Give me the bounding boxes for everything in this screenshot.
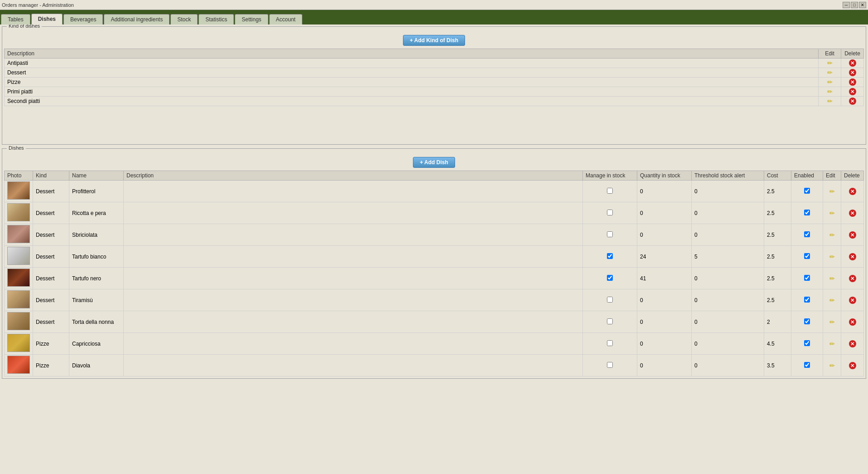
edit-icon[interactable]: ✏ [829,297,835,304]
dish-edit-cell: ✏ [823,311,841,333]
edit-icon[interactable]: ✏ [829,340,835,347]
dish-edit-cell: ✏ [823,355,841,376]
dish-name: Capricciosa [69,333,124,355]
dish-cost: 3.5 [764,355,791,376]
dish-manage-stock-cell [583,181,637,202]
dish-photo [7,247,30,265]
kind-description: Antipasti [5,59,819,68]
edit-cell: ✏ [819,59,841,68]
enabled-checkbox[interactable] [804,340,810,346]
delete-icon[interactable]: ✕ [849,231,856,239]
dish-delete-cell: ✕ [841,246,864,268]
dish-manage-stock-cell [583,246,637,268]
tab-bar: Tables Dishes Beverages Additional ingre… [0,10,868,24]
dish-name: Tiramisù [69,289,124,311]
col-desc: Description [124,171,583,181]
manage-stock-checkbox[interactable] [607,275,613,281]
delete-icon[interactable]: ✕ [849,78,856,86]
edit-icon[interactable]: ✏ [827,69,833,76]
delete-icon[interactable]: ✕ [849,318,856,326]
maximize-button[interactable]: □ [851,2,858,8]
enabled-checkbox[interactable] [804,188,810,194]
edit-icon[interactable]: ✏ [829,253,835,260]
dish-name: Sbriciolata [69,224,124,246]
enabled-checkbox[interactable] [804,362,810,368]
tab-dishes[interactable]: Dishes [31,14,63,24]
manage-stock-checkbox[interactable] [607,210,613,215]
manage-stock-checkbox[interactable] [607,340,613,346]
kind-description: Primi piatti [5,87,819,97]
delete-icon[interactable]: ✕ [849,210,856,217]
manage-stock-checkbox[interactable] [607,318,613,324]
delete-icon[interactable]: ✕ [849,253,856,260]
tab-tables[interactable]: Tables [1,14,30,24]
delete-icon[interactable]: ✕ [849,188,856,195]
delete-icon[interactable]: ✕ [849,59,856,67]
dish-photo [7,290,30,308]
col-edit: Edit [823,171,841,181]
delete-icon[interactable]: ✕ [849,69,856,76]
dish-description [124,289,583,311]
dish-threshold: 0 [692,311,764,333]
add-dish-button[interactable]: + Add Dish [413,157,455,168]
dish-photo [7,203,30,221]
dishes-table-body: Dessert Profitterol 0 0 2.5 ✏ ✕ Dessert … [5,181,864,376]
enabled-checkbox[interactable] [804,210,810,215]
edit-icon[interactable]: ✏ [827,59,833,67]
edit-icon[interactable]: ✏ [829,231,835,239]
edit-icon[interactable]: ✏ [827,98,833,105]
delete-icon[interactable]: ✕ [849,340,856,347]
tab-beverages[interactable]: Beverages [63,14,103,24]
dish-description [124,181,583,202]
delete-icon[interactable]: ✕ [849,98,856,105]
dish-qty-stock: 0 [637,289,692,311]
delete-icon[interactable]: ✕ [849,88,856,95]
dish-cost: 2.5 [764,181,791,202]
enabled-checkbox[interactable] [804,297,810,303]
dish-delete-cell: ✕ [841,268,864,289]
edit-icon[interactable]: ✏ [829,318,835,326]
delete-icon[interactable]: ✕ [849,297,856,304]
edit-icon[interactable]: ✏ [829,188,835,195]
edit-icon[interactable]: ✏ [827,78,833,86]
manage-stock-checkbox[interactable] [607,231,613,237]
edit-icon[interactable]: ✏ [827,88,833,95]
table-row: Dessert Sbriciolata 0 0 2.5 ✏ ✕ [5,224,864,246]
dish-enabled-cell [791,202,823,224]
dish-description [124,224,583,246]
manage-stock-checkbox[interactable] [607,253,613,259]
table-row: Dessert Profitterol 0 0 2.5 ✏ ✕ [5,181,864,202]
edit-icon[interactable]: ✏ [829,210,835,217]
tab-stock[interactable]: Stock [170,14,198,24]
edit-icon[interactable]: ✏ [829,362,835,369]
tab-settings[interactable]: Settings [235,14,268,24]
edit-icon[interactable]: ✏ [829,275,835,282]
dish-kind: Pizze [33,355,69,376]
window-controls[interactable]: ─ □ ✕ [843,2,866,8]
tab-additional-ingredients[interactable]: Additional ingredients [104,14,170,24]
dish-enabled-cell [791,224,823,246]
close-button[interactable]: ✕ [859,2,866,8]
enabled-checkbox[interactable] [804,275,810,281]
dish-photo [7,181,30,200]
manage-stock-checkbox[interactable] [607,188,613,194]
enabled-checkbox[interactable] [804,318,810,324]
add-kind-button[interactable]: + Add Kind of Dish [403,35,465,46]
title-bar: Orders manager - Administration ─ □ ✕ [0,0,868,10]
manage-stock-checkbox[interactable] [607,297,613,303]
window-title: Orders manager - Administration [2,2,74,8]
dish-edit-cell: ✏ [823,289,841,311]
kind-table-header: Description Edit Delete [5,49,864,59]
enabled-checkbox[interactable] [804,231,810,237]
delete-icon[interactable]: ✕ [849,362,856,369]
delete-icon[interactable]: ✕ [849,275,856,282]
dish-cost: 4.5 [764,333,791,355]
tab-statistics[interactable]: Statistics [199,14,234,24]
dish-enabled-cell [791,268,823,289]
tab-account[interactable]: Account [269,14,302,24]
enabled-checkbox[interactable] [804,253,810,259]
minimize-button[interactable]: ─ [843,2,850,8]
table-row: Pizze Diavola 0 0 3.5 ✏ ✕ [5,355,864,376]
manage-stock-checkbox[interactable] [607,362,613,368]
col-threshold: Threshold stock alert [692,171,764,181]
